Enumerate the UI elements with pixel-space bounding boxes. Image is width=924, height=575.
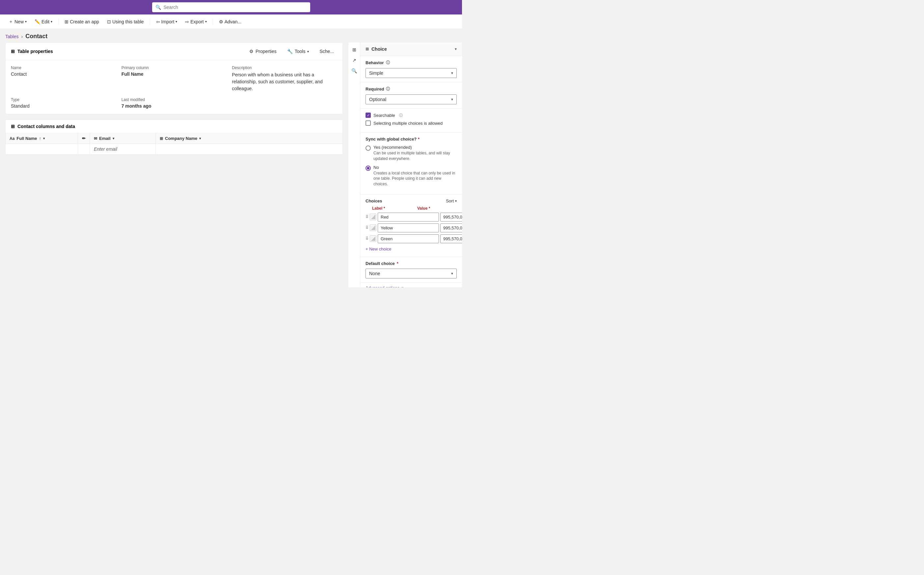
schedule-button[interactable]: Sche... [316, 47, 337, 56]
searchable-info-icon[interactable]: ⓘ [399, 113, 403, 118]
company-column-header[interactable]: ⊞ Company Name ▾ [156, 133, 222, 143]
fullname-cell [6, 144, 78, 154]
color-icon-yellow[interactable] [370, 224, 376, 231]
fullname-column-header[interactable]: Aa Full Name ↑ ▾ [6, 133, 78, 143]
edit-icon: ✏️ [35, 19, 40, 24]
required-info-icon[interactable]: ⓘ [386, 86, 390, 92]
behavior-label: Behavior ⓘ [366, 60, 457, 65]
table-properties-card: ⊞ Table properties ⚙ Properties 🔧 Tools … [5, 43, 343, 114]
drag-handle-yellow[interactable]: ⠿ [366, 226, 369, 230]
edit-cell [78, 144, 90, 154]
color-icon-red[interactable] [370, 214, 376, 220]
import-button[interactable]: ⇦ Import ▾ [153, 17, 181, 26]
tools-chevron-icon: ▾ [307, 50, 309, 53]
sort-chevron-icon: ▾ [455, 199, 457, 203]
default-choice-dropdown[interactable]: None ▾ [366, 268, 457, 278]
multiple-choices-checkbox[interactable] [366, 121, 371, 126]
using-table-button[interactable]: ⊡ Using this table [104, 17, 147, 26]
no-radio-row: No Creates a local choice that can only … [366, 165, 457, 187]
plus-icon: ＋ [9, 19, 13, 25]
side-icon-search[interactable]: 🔍 [350, 66, 359, 75]
behavior-info-icon[interactable]: ⓘ [386, 60, 390, 65]
advanced-icon: ⚙ [219, 19, 223, 24]
side-icon-table[interactable]: ⊞ [350, 45, 359, 54]
choice-value-red[interactable] [440, 213, 462, 221]
yes-radio-label: Yes (recommended) [374, 145, 457, 150]
advanced-button[interactable]: ⚙ Advan... [216, 17, 245, 26]
new-chevron-icon: ▾ [25, 20, 27, 23]
edit-column-header[interactable]: ✏ [78, 133, 90, 143]
required-chevron-icon: ▾ [451, 97, 453, 102]
email-col-icon: ✉ [94, 136, 97, 141]
field-type-chevron: ▾ [455, 47, 457, 51]
new-button[interactable]: ＋ New ▾ [5, 17, 30, 27]
breadcrumb-current: Contact [25, 33, 48, 40]
breadcrumb-tables[interactable]: Tables [5, 34, 18, 39]
edit-button[interactable]: ✏️ Edit ▾ [31, 17, 56, 26]
new-choice-button[interactable]: + New choice [366, 245, 457, 253]
email-column-header[interactable]: ✉ Email ▾ [90, 133, 156, 143]
searchable-checkbox[interactable] [366, 113, 371, 118]
export-button[interactable]: ⇨ Export ▾ [182, 17, 210, 26]
prop-primary-column: Primary column Full Name [121, 65, 227, 92]
no-radio-label: No [374, 165, 457, 170]
choice-label-green[interactable] [378, 234, 439, 243]
required-dropdown[interactable]: Optional ▾ [366, 94, 457, 104]
import-chevron-icon: ▾ [175, 20, 177, 23]
yes-radio-btn[interactable] [366, 146, 371, 151]
no-radio-btn[interactable] [366, 165, 371, 171]
prop-name: Name Contact [11, 65, 116, 92]
sync-global-section: Sync with global choice? * Yes (recommen… [360, 133, 462, 195]
search-icon: 🔍 [156, 5, 161, 10]
behavior-dropdown[interactable]: Simple ▾ [366, 68, 457, 78]
export-chevron-icon: ▾ [205, 20, 207, 23]
properties-button[interactable]: ⚙ Properties [246, 47, 280, 56]
table-icon: ⊞ [11, 49, 15, 54]
searchable-section: Searchable ⓘ Selecting multiple choices … [360, 109, 462, 133]
drag-handle-green[interactable]: ⠿ [366, 236, 369, 241]
field-type-selector[interactable]: ⊞ Choice ▾ [360, 43, 462, 56]
choices-title: Choices [366, 199, 382, 203]
tools-button[interactable]: 🔧 Tools ▾ [284, 47, 312, 56]
choice-label-yellow[interactable] [378, 224, 439, 232]
toolbar-separator-1 [58, 18, 59, 25]
drag-handle-red[interactable]: ⠿ [366, 214, 369, 219]
fullname-col-icon: Aa [10, 136, 14, 141]
email-cell[interactable]: Enter email [90, 144, 156, 154]
label-col-header: Label * [372, 206, 415, 211]
color-icon-green[interactable] [370, 235, 376, 242]
choice-label-red[interactable] [378, 213, 439, 221]
side-icons-panel: ⊞ ↗ 🔍 [348, 43, 360, 288]
choice-value-green[interactable] [440, 234, 462, 243]
search-input[interactable] [164, 5, 307, 10]
searchable-row: Searchable ⓘ [366, 113, 457, 118]
company-cell [156, 144, 222, 154]
right-panel: ⊞ Choice ▾ Behavior ⓘ Simple ▾ Required … [360, 43, 462, 288]
card-header-actions: ⚙ Properties 🔧 Tools ▾ Sche... [246, 47, 337, 56]
company-col-chevron: ▾ [199, 137, 201, 140]
create-app-button[interactable]: ⊞ Create an app [61, 17, 102, 26]
choice-value-yellow[interactable] [440, 224, 462, 232]
advanced-options-button[interactable]: Advanced options ▾ [360, 283, 462, 288]
import-icon: ⇦ [156, 19, 160, 24]
top-bar: 🔍 [0, 0, 462, 14]
sort-button[interactable]: Sort ▾ [446, 199, 457, 203]
yes-radio-desc: Can be used in multiple tables, and will… [374, 151, 457, 162]
main-area: ⊞ Table properties ⚙ Properties 🔧 Tools … [0, 43, 462, 288]
field-type-icon: ⊞ [366, 47, 369, 51]
value-col-header: Value * [417, 206, 457, 211]
field-type-label: Choice [371, 46, 387, 52]
toolbar: ＋ New ▾ ✏️ Edit ▾ ⊞ Create an app ⊡ Usin… [0, 14, 462, 29]
search-box[interactable]: 🔍 [152, 2, 310, 12]
field-type-inner: ⊞ Choice [366, 46, 387, 52]
fullname-col-chevron: ▾ [43, 137, 45, 140]
table-properties-title: Table properties [17, 49, 53, 54]
breadcrumb: Tables › Contact [0, 29, 462, 43]
properties-grid: Name Contact Primary column Full Name De… [6, 60, 342, 114]
left-panel: ⊞ Table properties ⚙ Properties 🔧 Tools … [0, 43, 348, 288]
company-col-icon: ⊞ [160, 136, 163, 141]
side-icon-share[interactable]: ↗ [350, 56, 359, 65]
choices-header: Choices Sort ▾ [366, 199, 457, 203]
sort-up-icon: ↑ [39, 136, 41, 141]
prop-last-modified: Last modified 7 months ago [121, 97, 227, 109]
